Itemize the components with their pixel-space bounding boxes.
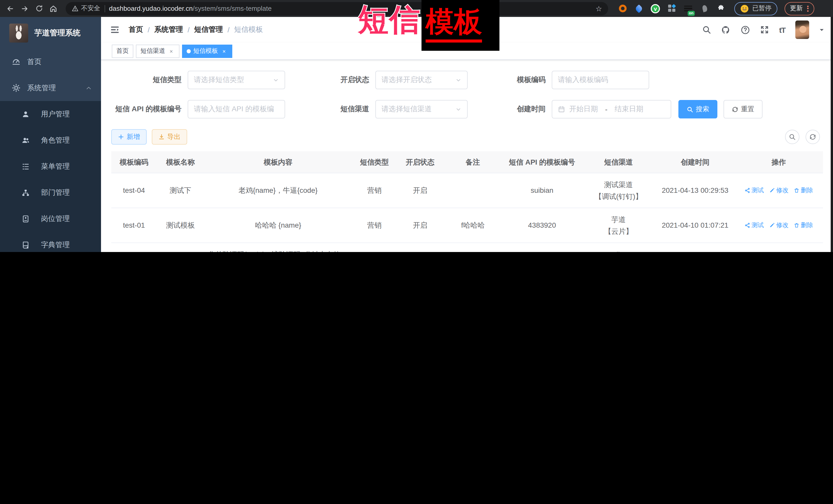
browser-toolbar: 不安全 dashboard.yudao.iocoder.cn/system/sm… — [0, 0, 833, 17]
template-code-input[interactable]: 请输入模板编码 — [552, 71, 649, 89]
channel-select[interactable]: 请选择短信渠道 — [375, 100, 468, 118]
back-icon[interactable] — [4, 2, 17, 15]
edit-action[interactable]: 修改 — [769, 219, 788, 231]
search-button[interactable]: 搜索 — [679, 100, 717, 118]
extension-grid-icon[interactable] — [667, 3, 677, 14]
create-time-range-picker[interactable]: 开始日期 - 结束日期 — [552, 100, 671, 118]
sitemap-icon — [22, 188, 30, 197]
collapse-sidebar-icon[interactable] — [110, 25, 120, 35]
cell-name: 公告通知 — [157, 243, 204, 252]
sidebar-item-roles[interactable]: 角色管理 — [0, 127, 101, 153]
cell-code: test-04 — [111, 173, 157, 208]
table-toolbar: 新增 导出 — [111, 129, 823, 145]
sidebar-logo[interactable]: 芋道管理系统 — [0, 17, 101, 49]
window-scrollbar-track[interactable] — [830, 17, 833, 252]
sms-type-select[interactable]: 请选择短信类型 — [188, 71, 285, 89]
extension-ring-icon[interactable] — [617, 3, 628, 14]
sidebar-item-home[interactable]: 首页 — [0, 49, 101, 75]
cell-created: 2021-03-31 11:56:30 — [656, 243, 735, 252]
export-button[interactable]: 导出 — [152, 129, 187, 145]
github-icon[interactable] — [721, 25, 731, 34]
extension-pin-icon[interactable] — [699, 3, 710, 14]
bookmark-star-icon[interactable]: ☆ — [596, 4, 602, 13]
reload-icon[interactable] — [33, 2, 45, 15]
cell-type: 营销 — [352, 208, 397, 242]
sidebar-item-system[interactable]: 系统管理 — [0, 75, 101, 101]
app-title: 芋道管理系统 — [34, 28, 80, 38]
extension-list-icon[interactable]: on — [683, 3, 693, 14]
profile-paused-chip[interactable]: 已暂停 — [734, 2, 777, 15]
extensions-puzzle-icon[interactable] — [716, 3, 726, 14]
delete-action[interactable]: 删除 — [793, 185, 813, 196]
test-action[interactable]: 测试 — [744, 185, 764, 196]
browser-menu-icon[interactable] — [807, 5, 808, 11]
test-action[interactable]: 测试 — [744, 219, 764, 231]
sidebar-item-departments[interactable]: 部门管理 — [0, 179, 101, 206]
table-header-row: 模板编码 模板名称 模板内容 短信类型 开启状态 备注 短信 API 的模板编号… — [111, 151, 823, 173]
dashboard-icon — [12, 57, 21, 66]
chevron-down-icon — [455, 106, 461, 112]
range-separator: - — [605, 105, 608, 113]
tag-home[interactable]: 首页 — [112, 44, 133, 58]
cell-api-id: SMS_207945135 — [502, 243, 582, 252]
breadcrumb-item-sms[interactable]: 短信管理 — [194, 25, 223, 34]
security-label: 不安全 — [81, 4, 100, 13]
fullscreen-icon[interactable] — [760, 25, 769, 34]
create-time-label: 创建时间 — [468, 104, 546, 114]
search-button-label: 搜索 — [696, 104, 709, 114]
cell-type: 验证码 — [352, 243, 397, 252]
edit-action[interactable]: 修改 — [769, 185, 788, 196]
refresh-table-icon[interactable] — [805, 130, 820, 144]
sidebar-item-menus[interactable]: 菜单管理 — [0, 153, 101, 179]
extension-green-icon[interactable]: v — [650, 3, 661, 14]
channel-code: 【云片】 — [604, 225, 633, 237]
status-select[interactable]: 请选择开启状态 — [375, 71, 468, 89]
channel-code: 【调试(钉钉)】 — [595, 190, 643, 202]
caret-down-icon[interactable] — [819, 27, 824, 32]
sidebar-item-dictionary[interactable]: 字典管理 — [0, 232, 101, 252]
reset-button[interactable]: 重置 — [723, 100, 762, 118]
table-row: test_02 公告通知 您的验证码{code}，该验证码5分钟内有效，请勿泄漏… — [111, 243, 823, 252]
help-icon[interactable] — [741, 25, 751, 34]
active-dot — [187, 49, 191, 53]
status-label: 开启状态 — [285, 75, 369, 85]
avatar[interactable] — [795, 21, 809, 39]
font-size-icon[interactable]: tT — [779, 25, 785, 34]
end-date-placeholder: 结束日期 — [615, 104, 643, 114]
search-icon[interactable] — [702, 25, 712, 34]
tag-sms-template[interactable]: 短信模板 × — [182, 44, 232, 58]
close-icon[interactable]: × — [168, 48, 175, 54]
trash-icon — [793, 222, 799, 228]
close-icon[interactable]: × — [220, 48, 228, 54]
extension-drop-icon[interactable] — [634, 3, 644, 14]
placeholder: 请选择短信渠道 — [381, 104, 432, 114]
api-template-id-label: 短信 API 的模板编号 — [111, 104, 182, 114]
channel-name: 芋道 — [612, 214, 626, 225]
on-badge: on — [688, 11, 695, 16]
update-button[interactable]: 更新 — [784, 2, 814, 15]
home-icon[interactable] — [47, 2, 60, 15]
cell-name: 测试模板 — [157, 208, 204, 242]
address-bar[interactable]: 不安全 dashboard.yudao.iocoder.cn/system/sm… — [66, 2, 608, 15]
security-status[interactable]: 不安全 — [72, 4, 100, 13]
table-tools — [785, 130, 820, 144]
col-header: 开启状态 — [397, 151, 443, 173]
tag-sms-channel[interactable]: 短信渠道 × — [136, 44, 180, 58]
update-label: 更新 — [790, 4, 803, 13]
sidebar-item-posts[interactable]: 岗位管理 — [0, 206, 101, 232]
cell-status: 开启 — [397, 243, 443, 252]
sidebar-item-users[interactable]: 用户管理 — [0, 101, 101, 127]
menu-tree-icon — [22, 162, 30, 170]
forward-icon[interactable] — [19, 2, 31, 15]
template-code-label: 模板编码 — [468, 75, 546, 85]
gear-icon — [12, 83, 21, 92]
sidebar-item-label: 菜单管理 — [41, 162, 70, 171]
hide-search-icon[interactable] — [785, 130, 799, 144]
tag-label: 短信渠道 — [141, 47, 165, 55]
delete-action[interactable]: 删除 — [793, 219, 813, 231]
api-template-id-input[interactable]: 请输入短信 API 的模板编 — [188, 100, 285, 118]
breadcrumb-item-home[interactable]: 首页 — [129, 25, 143, 34]
add-button[interactable]: 新增 — [111, 129, 147, 145]
breadcrumb-item-system[interactable]: 系统管理 — [154, 25, 183, 34]
channel-name: 测试渠道 — [604, 179, 633, 190]
